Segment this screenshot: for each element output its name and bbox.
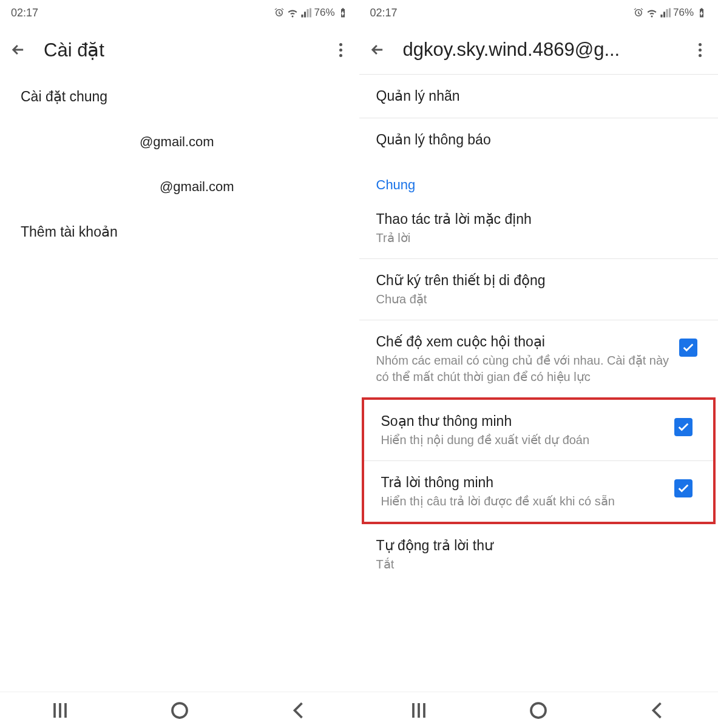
battery-text: 76% [314,7,334,19]
home-button[interactable] [169,699,191,721]
checkbox-smart-compose[interactable] [674,418,693,436]
alarm-icon [633,7,644,18]
row-smart-compose[interactable]: Soạn thư thông minh Hiển thị nội dung đề… [364,400,714,460]
row-subtitle: Trả lời [376,230,702,246]
status-bar: 02:17 76% [359,0,719,25]
row-title: Chữ ký trên thiết bị di động [376,271,702,290]
checkbox-smart-reply[interactable] [674,479,693,497]
row-title: Quản lý nhãn [376,87,702,106]
page-title: Cài đặt [44,39,316,61]
wifi-icon [646,7,657,18]
svg-point-1 [531,703,546,718]
row-title: Tự động trả lời thư [376,536,702,555]
page-title: dgkoy.sky.wind.4869@g... [403,39,675,61]
back-button[interactable] [647,699,669,721]
back-arrow-icon[interactable] [10,41,27,58]
more-vert-icon[interactable] [691,41,708,58]
row-default-reply[interactable]: Thao tác trả lời mặc định Trả lời [359,198,719,258]
item-account-2[interactable]: @gmail.com [0,164,359,209]
highlight-annotation: Soạn thư thông minh Hiển thị nội dung đề… [362,397,716,524]
row-subtitle: Nhóm các email có cùng chủ đề với nhau. … [376,352,670,385]
row-subtitle: Hiển thị câu trả lời được đề xuất khi có… [381,493,665,510]
back-arrow-icon[interactable] [369,41,386,58]
screen-account-settings: 02:17 76% dgkoy.sky.wind.4869@g... Quản … [359,0,719,728]
row-auto-reply[interactable]: Tự động trả lời thư Tắt [359,524,719,585]
battery-text: 76% [673,7,694,19]
screen-settings-list: 02:17 76% Cài đặt Cài đặt chung @gmail.c… [0,0,359,728]
status-time: 02:17 [370,7,398,19]
app-bar: dgkoy.sky.wind.4869@g... [359,25,719,74]
home-button[interactable] [527,699,549,721]
wifi-icon [287,7,298,18]
alarm-icon [274,7,285,18]
row-title: Thao tác trả lời mặc định [376,210,702,229]
item-account-1[interactable]: @gmail.com [0,120,359,164]
row-subtitle: Hiển thị nội dung đề xuất viết dự đoán [381,432,665,448]
row-subtitle: Chưa đặt [376,291,702,308]
settings-content: Quản lý nhãn Quản lý thông báo Chung Tha… [359,74,719,692]
row-title: Chế độ xem cuộc hội thoại [376,332,670,351]
status-icons: 76% [274,7,348,19]
navigation-bar [359,692,719,728]
row-manage-labels[interactable]: Quản lý nhãn [359,74,719,118]
checkbox-conversation[interactable] [679,339,697,357]
row-conversation-view[interactable]: Chế độ xem cuộc hội thoại Nhóm các email… [359,320,719,397]
signal-icon [300,7,311,18]
status-bar: 02:17 76% [0,0,359,25]
row-title: Quản lý thông báo [376,130,702,149]
row-subtitle: Tắt [376,556,702,573]
recents-button[interactable] [49,699,71,721]
recents-button[interactable] [408,699,430,721]
status-time: 02:17 [11,7,38,19]
app-bar: Cài đặt [0,25,359,74]
more-vert-icon[interactable] [333,41,350,58]
navigation-bar [0,692,359,728]
status-icons: 76% [633,7,707,19]
row-manage-notifications[interactable]: Quản lý thông báo [359,118,719,161]
row-title: Trả lời thông minh [381,473,665,492]
signal-icon [660,7,671,18]
row-title: Soạn thư thông minh [381,412,665,431]
battery-icon [696,7,707,18]
row-smart-reply[interactable]: Trả lời thông minh Hiển thị câu trả lời … [364,460,714,522]
section-header-general: Chung [359,161,719,198]
battery-icon [337,7,348,18]
item-general-settings[interactable]: Cài đặt chung [0,74,359,120]
settings-list: Cài đặt chung @gmail.com @gmail.com Thêm… [0,74,359,692]
back-button[interactable] [288,699,310,721]
row-signature[interactable]: Chữ ký trên thiết bị di động Chưa đặt [359,258,719,320]
svg-point-0 [172,703,187,718]
item-add-account[interactable]: Thêm tài khoản [0,209,359,255]
